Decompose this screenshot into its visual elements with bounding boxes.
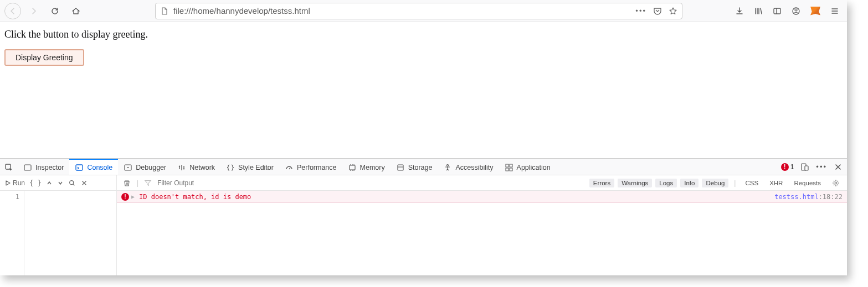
tab-style-editor[interactable]: Style Editor xyxy=(220,159,279,175)
devtools-pick-element[interactable] xyxy=(0,159,18,175)
metamask-icon[interactable] xyxy=(810,7,820,15)
error-icon: ! xyxy=(121,193,129,201)
memory-icon xyxy=(348,163,357,172)
toolbar-right xyxy=(735,7,843,15)
reload-button[interactable] xyxy=(47,3,63,19)
console-settings-icon[interactable] xyxy=(831,179,840,187)
filter-input[interactable] xyxy=(157,179,581,187)
tab-label: Style Editor xyxy=(238,164,274,171)
accessibility-icon xyxy=(443,163,452,172)
pretty-print-icon[interactable]: { } xyxy=(29,179,42,187)
page-content: Click the button to display greeting. Di… xyxy=(0,22,847,158)
file-icon xyxy=(160,7,169,15)
performance-icon xyxy=(285,163,294,172)
pocket-icon[interactable] xyxy=(653,7,662,15)
sidebar-icon[interactable] xyxy=(773,7,782,15)
devtools-panel: Inspector Console Debugger Network Style… xyxy=(0,158,847,275)
filter-errors[interactable]: Errors xyxy=(589,179,614,187)
download-icon[interactable] xyxy=(735,7,744,15)
console-source-link[interactable]: testss.html:18:22 xyxy=(774,193,843,201)
filter-requests[interactable]: Requests xyxy=(790,179,825,187)
devtools-body: 1 ! ▶ ID doesn't match, id is demo tests… xyxy=(0,191,847,275)
run-label: Run xyxy=(13,179,25,187)
tab-performance[interactable]: Performance xyxy=(279,159,342,175)
svg-rect-6 xyxy=(76,165,83,170)
svg-rect-14 xyxy=(506,168,509,171)
tab-network[interactable]: Network xyxy=(172,159,220,175)
debugger-icon xyxy=(124,163,132,172)
tab-label: Debugger xyxy=(136,164,166,171)
tab-application[interactable]: Application xyxy=(499,159,556,175)
tab-memory[interactable]: Memory xyxy=(342,159,391,175)
reload-icon xyxy=(50,7,59,15)
browser-toolbar: file:///home/hannydevelop/testss.html ••… xyxy=(0,0,847,22)
tab-label: Inspector xyxy=(35,164,64,171)
meatballs-icon[interactable]: ••• xyxy=(816,163,827,171)
svg-rect-8 xyxy=(350,165,355,170)
svg-rect-9 xyxy=(398,165,403,170)
svg-rect-12 xyxy=(506,164,509,167)
filter-info[interactable]: Info xyxy=(680,179,698,187)
error-count-badge[interactable]: ! 1 xyxy=(781,163,794,171)
search-icon[interactable] xyxy=(68,179,76,187)
tab-console[interactable]: Console xyxy=(69,159,118,175)
storage-icon xyxy=(396,163,405,172)
hamburger-icon[interactable] xyxy=(830,7,839,15)
filter-logs[interactable]: Logs xyxy=(655,179,677,187)
play-icon xyxy=(4,180,11,186)
run-button[interactable]: Run xyxy=(4,179,25,187)
tab-storage[interactable]: Storage xyxy=(391,159,438,175)
nav-back-button[interactable] xyxy=(4,3,21,19)
line-number: 1 xyxy=(0,193,19,201)
library-icon[interactable] xyxy=(754,7,763,15)
filter-warnings[interactable]: Warnings xyxy=(618,179,652,187)
tab-inspector[interactable]: Inspector xyxy=(18,159,69,175)
svg-rect-17 xyxy=(805,166,808,170)
filter-debug[interactable]: Debug xyxy=(702,179,728,187)
tab-label: Memory xyxy=(360,164,385,171)
nav-forward-button[interactable] xyxy=(25,3,42,19)
history-next-icon[interactable] xyxy=(57,180,64,186)
application-icon xyxy=(505,163,513,172)
console-toolbar: Run { } | Errors Warnings Logs Info Debu… xyxy=(0,175,847,191)
element-picker-icon xyxy=(4,163,13,172)
error-count: 1 xyxy=(790,163,794,171)
tab-label: Network xyxy=(189,164,215,171)
star-icon[interactable] xyxy=(669,7,677,15)
filter-icon xyxy=(144,179,152,187)
console-error-row[interactable]: ! ▶ ID doesn't match, id is demo testss.… xyxy=(117,191,847,203)
svg-point-19 xyxy=(835,182,837,184)
source-file: testss.html xyxy=(774,193,818,201)
account-icon[interactable] xyxy=(792,7,800,15)
display-greeting-button[interactable]: Display Greeting xyxy=(4,49,84,66)
console-icon xyxy=(75,163,84,172)
responsive-mode-icon[interactable] xyxy=(800,163,809,171)
filter-xhr[interactable]: XHR xyxy=(766,179,787,187)
tab-label: Accessibility xyxy=(455,164,493,171)
url-bar[interactable]: file:///home/hannydevelop/testss.html ••… xyxy=(155,3,682,19)
ellipsis-icon[interactable]: ••• xyxy=(635,7,646,15)
tab-label: Storage xyxy=(408,164,433,171)
page-prompt-text: Click the button to display greeting. xyxy=(4,29,843,40)
editor-gutter: 1 xyxy=(0,191,24,275)
close-editor-icon[interactable] xyxy=(80,179,88,187)
inspector-icon xyxy=(23,163,32,172)
arrow-left-icon xyxy=(8,7,17,15)
filter-css[interactable]: CSS xyxy=(741,179,762,187)
svg-point-18 xyxy=(69,180,73,184)
clear-console-icon[interactable] xyxy=(122,179,131,187)
style-editor-icon xyxy=(226,163,235,172)
history-prev-icon[interactable] xyxy=(46,180,53,186)
devtools-tabstrip: Inspector Console Debugger Network Style… xyxy=(0,159,847,175)
network-icon xyxy=(177,163,186,172)
close-icon[interactable] xyxy=(834,163,843,171)
tab-debugger[interactable]: Debugger xyxy=(118,159,172,175)
console-editor[interactable] xyxy=(24,191,117,275)
tab-label: Application xyxy=(517,164,551,171)
home-button[interactable] xyxy=(68,3,84,19)
console-message: ID doesn't match, id is demo xyxy=(139,193,251,201)
disclosure-triangle-icon[interactable]: ▶ xyxy=(131,194,135,200)
home-icon xyxy=(71,7,80,15)
tab-label: Performance xyxy=(297,164,337,171)
tab-accessibility[interactable]: Accessibility xyxy=(438,159,499,175)
